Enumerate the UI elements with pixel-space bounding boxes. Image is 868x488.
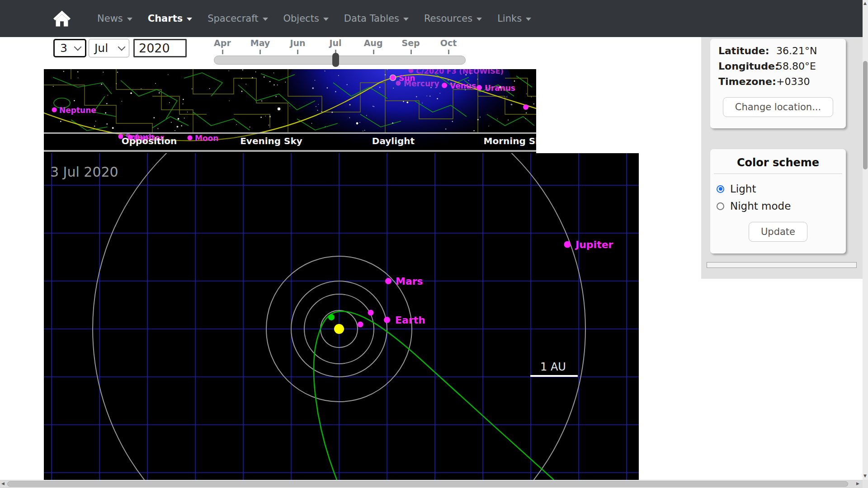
vertical-scrollbar-thumb[interactable] xyxy=(863,61,868,169)
progress-bar xyxy=(707,262,857,268)
scroll-up-icon[interactable]: ▲ xyxy=(863,1,867,5)
venus-label: Venus xyxy=(450,81,476,90)
day-select[interactable]: 3 xyxy=(53,39,86,57)
vertical-scrollbar[interactable]: ▲ ▼ xyxy=(863,0,868,488)
nav-item-objects[interactable]: Objects xyxy=(276,13,336,24)
mars-dot xyxy=(385,278,392,284)
nav-label: Spacecraft xyxy=(208,13,258,24)
change-location-button[interactable]: Change location... xyxy=(723,97,833,117)
neptune-dot xyxy=(52,108,57,113)
radio-selected-icon[interactable] xyxy=(717,185,724,193)
nav-item-data-tables[interactable]: Data Tables xyxy=(336,13,416,24)
timezone-value: +0330 xyxy=(776,76,810,87)
moon-dot xyxy=(188,136,193,141)
moon-label: Moon xyxy=(195,134,218,143)
year-input[interactable] xyxy=(133,39,187,57)
longitude-row: Longitude: 58.80°E xyxy=(710,59,846,75)
slider-month-label: Sep xyxy=(395,38,427,48)
slider-month-label: Aug xyxy=(358,38,389,48)
slider-handle[interactable] xyxy=(332,53,339,67)
slider-tick xyxy=(222,50,223,54)
sun-dot xyxy=(390,75,396,81)
mars-label: Mars xyxy=(396,276,423,287)
bright-star xyxy=(356,122,359,125)
sun-dot xyxy=(334,324,344,334)
nav-item-charts[interactable]: Charts xyxy=(140,13,200,24)
latitude-label: Latitude: xyxy=(718,45,776,56)
longitude-value: 58.80°E xyxy=(776,61,816,72)
chevron-down-icon xyxy=(187,18,192,21)
update-button[interactable]: Update xyxy=(749,222,807,242)
nav-item-resources[interactable]: Resources xyxy=(416,13,490,24)
nav-label: Data Tables xyxy=(344,13,399,24)
scroll-down-icon[interactable]: ▼ xyxy=(863,474,867,478)
slider-tick xyxy=(373,50,374,54)
uranus-label: Uranus xyxy=(485,84,515,93)
scroll-right-icon[interactable]: ▶ xyxy=(856,482,859,486)
chevron-down-icon xyxy=(263,18,268,21)
slider-month-label: Jun xyxy=(282,38,313,48)
comet-position-dot xyxy=(328,314,335,320)
nav-label: Charts xyxy=(148,13,183,24)
comet-label: C/2020 F3 (NEOWISE) xyxy=(416,69,504,75)
earth-label: Earth xyxy=(395,314,425,326)
divider xyxy=(714,174,842,174)
slider-month-label: Jul xyxy=(320,38,351,48)
band-opposition: Opposition xyxy=(122,136,177,146)
horizontal-scrollbar-thumb[interactable] xyxy=(7,481,848,487)
light-mode-option[interactable]: Light xyxy=(710,180,846,197)
solar-system-chart[interactable]: Mars Earth Jupiter 3 Jul 2020 1 AU xyxy=(44,153,639,480)
night-mode-option[interactable]: Night mode xyxy=(710,197,846,215)
color-scheme-card: Color scheme Light Night mode Update xyxy=(710,149,846,253)
slider-tick xyxy=(297,50,298,54)
mercury-dot xyxy=(396,81,401,86)
au-scale-label: 1 AU xyxy=(540,361,566,373)
chevron-down-icon xyxy=(74,43,82,51)
nav-label: Links xyxy=(497,13,522,24)
slider-month-label: May xyxy=(244,38,276,48)
light-mode-label: Light xyxy=(730,183,756,195)
timezone-row: Timezone: +0330 xyxy=(710,75,846,90)
month-value: Jul xyxy=(94,42,108,55)
object-dot xyxy=(523,104,528,110)
top-navbar: News Charts Spacecraft Objects Data Tabl… xyxy=(0,0,863,37)
horizontal-scrollbar[interactable]: ◀ ▶ xyxy=(0,480,863,488)
page: News Charts Spacecraft Objects Data Tabl… xyxy=(0,0,868,488)
earth-dot xyxy=(384,317,390,323)
nav-item-spacecraft[interactable]: Spacecraft xyxy=(200,13,275,24)
color-scheme-title: Color scheme xyxy=(710,156,846,169)
location-card: Latitude: 36.21°N Longitude: 58.80°E Tim… xyxy=(710,39,846,128)
longitude-label: Longitude: xyxy=(718,61,776,72)
chevron-down-icon xyxy=(118,43,126,51)
jupiter-label: Jupiter xyxy=(575,239,613,250)
slider-track[interactable] xyxy=(214,56,466,65)
latitude-row: Latitude: 36.21°N xyxy=(710,39,846,59)
home-icon xyxy=(53,10,71,27)
venus-dot xyxy=(368,310,374,316)
slider-month-label: Oct xyxy=(433,38,464,48)
neptune-label: Neptune xyxy=(59,106,96,115)
latitude-value: 36.21°N xyxy=(776,45,817,56)
strip-bottom-line xyxy=(44,150,536,152)
chevron-down-icon xyxy=(403,18,409,21)
mercury-dot xyxy=(358,322,363,328)
band-daylight: Daylight xyxy=(372,136,415,146)
band-evening-sky: Evening Sky xyxy=(240,136,302,146)
date-slider: Apr May Jun Jul Aug Sep Oct xyxy=(214,38,466,67)
venus-dot xyxy=(442,83,447,88)
chevron-down-icon xyxy=(476,18,482,21)
slider-tick xyxy=(259,50,261,54)
month-select[interactable]: Jul xyxy=(89,39,129,57)
chevron-down-icon xyxy=(526,18,531,21)
mercury-label: Mercury xyxy=(404,79,439,88)
sky-chart-strip[interactable]: Neptune Saturn Jupiter Moon Sun Mercury … xyxy=(44,69,536,153)
jupiter-dot xyxy=(564,241,571,248)
nav-item-links[interactable]: Links xyxy=(490,13,539,24)
nav-label: Objects xyxy=(283,13,319,24)
slider-tick xyxy=(448,50,449,54)
chevron-down-icon xyxy=(127,18,132,21)
scroll-left-icon[interactable]: ◀ xyxy=(1,482,5,486)
nav-item-news[interactable]: News xyxy=(90,13,140,24)
radio-unselected-icon[interactable] xyxy=(717,202,724,210)
home-button[interactable] xyxy=(53,10,71,27)
